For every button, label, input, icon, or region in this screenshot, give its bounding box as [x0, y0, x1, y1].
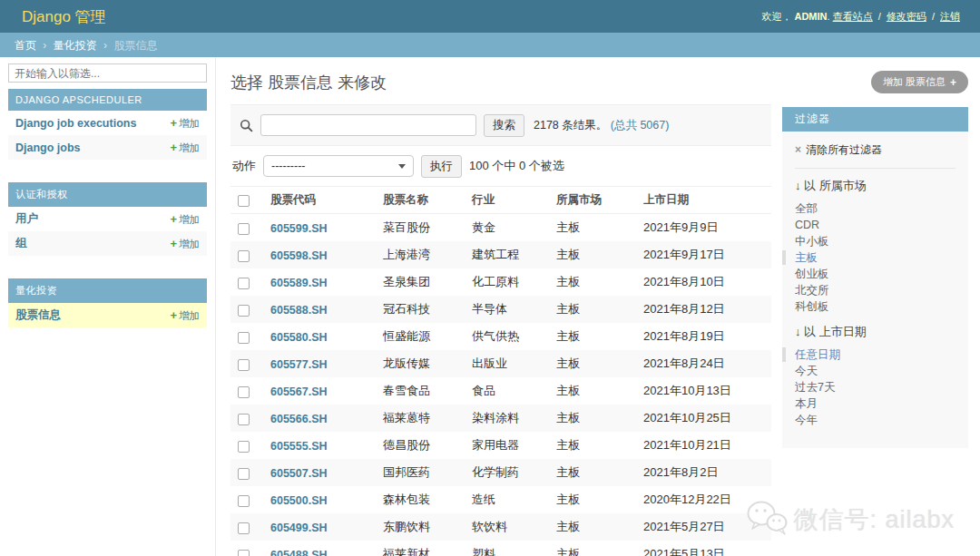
checkbox-cell — [230, 268, 263, 296]
filter-option-link[interactable]: 本月 — [795, 397, 818, 410]
filter-option-link[interactable]: 科创板 — [795, 300, 829, 313]
action-select-value: --------- — [271, 160, 305, 172]
stock-code-link[interactable]: 605566.SH — [270, 413, 328, 425]
row-checkbox[interactable] — [238, 414, 250, 425]
filter-option-link[interactable]: 北交所 — [795, 284, 829, 297]
stock-code-cell: 605588.SH — [263, 296, 376, 323]
sidebar-section-title: DJANGO APSCHEDULER — [8, 89, 207, 111]
filter-option-link[interactable]: CDR — [795, 219, 819, 231]
stock-code-link[interactable]: 605599.SH — [270, 222, 328, 235]
add-label: 增加 — [179, 142, 200, 153]
clear-all-filters-link[interactable]: ×清除所有过滤器 — [795, 142, 882, 158]
show-all-link[interactable]: (总共 5067) — [611, 119, 670, 132]
col-header-name: 股票名称 — [376, 187, 465, 214]
sidebar-add-link[interactable]: +增加 — [170, 308, 200, 323]
filter-option-link[interactable]: 今天 — [795, 365, 818, 377]
row-checkbox[interactable] — [238, 441, 250, 453]
filter-option[interactable]: 今天 — [795, 363, 956, 379]
filter-option[interactable]: 中小板 — [795, 233, 956, 249]
sidebar-filter-input[interactable] — [8, 63, 207, 83]
breadcrumb-app[interactable]: 量化投资 — [54, 39, 97, 52]
filter-groups: ↓ 以 所属市场全部CDR中小板主板创业板北交所科创板↓ 以 上市日期任意日期今… — [795, 178, 956, 428]
stock-code-link[interactable]: 605499.SH — [270, 522, 328, 534]
stock-code-cell: 605500.SH — [263, 486, 376, 513]
row-checkbox[interactable] — [238, 359, 250, 371]
stock-code-link[interactable]: 605488.SH — [270, 549, 328, 556]
search-input[interactable] — [260, 114, 476, 136]
filter-option[interactable]: 全部 — [795, 200, 956, 217]
filter-option[interactable]: 今年 — [795, 412, 956, 428]
filter-option-link[interactable]: 今年 — [795, 414, 818, 426]
breadcrumb-home[interactable]: 首页 — [15, 39, 36, 52]
filter-option-link[interactable]: 全部 — [795, 202, 818, 215]
sidebar-item-users[interactable]: 用户+增加 — [8, 207, 207, 231]
change-password-link[interactable]: 修改密码 — [887, 11, 926, 22]
listdate-cell: 2021年5月13日 — [636, 541, 771, 556]
row-checkbox[interactable] — [238, 278, 250, 289]
stock-code-link[interactable]: 605598.SH — [270, 249, 328, 262]
logout-link[interactable]: 注销 — [940, 11, 960, 22]
row-checkbox[interactable] — [238, 223, 250, 235]
stock-code-link[interactable]: 605577.SH — [270, 358, 328, 371]
sidebar-add-link[interactable]: +增加 — [170, 212, 200, 227]
plus-icon: + — [170, 141, 177, 154]
filter-option[interactable]: CDR — [795, 217, 956, 233]
col-header-code: 股票代码 — [263, 187, 376, 214]
filter-option-link[interactable]: 主板 — [795, 251, 818, 264]
sidebar-add-link[interactable]: +增加 — [170, 141, 200, 155]
filter-option-link[interactable]: 过去7天 — [795, 381, 835, 394]
listdate-cell: 2021年9月9日 — [636, 214, 771, 242]
sidebar-item-stock-info[interactable]: 股票信息+增加 — [8, 303, 207, 327]
stock-code-link[interactable]: 605588.SH — [270, 304, 328, 317]
filter-option[interactable]: 主板 — [795, 249, 956, 266]
stock-name-cell: 森林包装 — [376, 486, 465, 513]
filter-option-link[interactable]: 创业板 — [795, 268, 829, 280]
filter-option-link[interactable]: 中小板 — [795, 235, 829, 248]
sidebar-add-link[interactable]: +增加 — [170, 237, 200, 251]
filter-option[interactable]: 科创板 — [795, 298, 956, 315]
breadcrumb-current: 股票信息 — [113, 39, 157, 52]
sidebar-item-label[interactable]: Django jobs — [15, 141, 81, 154]
action-select[interactable]: --------- — [263, 155, 414, 177]
listdate-cell: 2020年12月22日 — [636, 486, 771, 513]
checkbox-cell — [230, 459, 263, 486]
filter-option[interactable]: 任意日期 — [795, 346, 956, 363]
row-checkbox[interactable] — [238, 522, 250, 534]
sidebar-item-django-jobs[interactable]: Django jobs+增加 — [8, 135, 207, 160]
result-count-text: 2178 条结果。 — [534, 119, 607, 132]
row-checkbox[interactable] — [238, 332, 250, 344]
sidebar-item-label[interactable]: 用户 — [15, 211, 38, 227]
username: ADMIN — [794, 11, 827, 22]
row-checkbox[interactable] — [238, 468, 250, 480]
filter-option-link[interactable]: 任意日期 — [795, 348, 840, 361]
filter-option[interactable]: 过去7天 — [795, 379, 956, 395]
sidebar-add-link[interactable]: +增加 — [170, 116, 200, 131]
go-button[interactable]: 执行 — [421, 155, 462, 178]
sidebar-item-label[interactable]: 股票信息 — [15, 307, 61, 323]
stock-name-cell: 春雪食品 — [376, 377, 465, 405]
sidebar-item-django-job-executions[interactable]: Django job executions+增加 — [8, 111, 207, 135]
add-stock-button[interactable]: 增加 股票信息 + — [871, 71, 968, 93]
row-checkbox[interactable] — [238, 495, 250, 507]
filter-option[interactable]: 北交所 — [795, 282, 956, 298]
stock-code-link[interactable]: 605567.SH — [270, 385, 328, 398]
stock-code-link[interactable]: 605500.SH — [270, 494, 328, 507]
row-checkbox[interactable] — [238, 550, 250, 556]
select-all-checkbox[interactable] — [238, 195, 250, 207]
sidebar-item-groups[interactable]: 组+增加 — [8, 231, 207, 256]
sidebar-item-label[interactable]: 组 — [15, 236, 27, 251]
sidebar-item-label[interactable]: Django job executions — [15, 117, 136, 130]
filter-option[interactable]: 创业板 — [795, 266, 956, 282]
filter-option[interactable]: 本月 — [795, 395, 956, 412]
row-checkbox[interactable] — [238, 250, 250, 262]
stock-code-link[interactable]: 605580.SH — [270, 331, 328, 344]
main-content: 选择 股票信息 来修改 增加 股票信息 + 搜索 — [216, 57, 980, 556]
view-site-link[interactable]: 查看站点 — [833, 11, 873, 22]
row-checkbox[interactable] — [238, 305, 250, 317]
row-checkbox[interactable] — [238, 386, 250, 398]
market-cell: 主板 — [549, 268, 636, 296]
stock-code-link[interactable]: 605555.SH — [270, 440, 328, 453]
stock-code-link[interactable]: 605507.SH — [270, 467, 328, 480]
search-button[interactable]: 搜索 — [484, 114, 524, 137]
stock-code-link[interactable]: 605589.SH — [270, 277, 328, 289]
